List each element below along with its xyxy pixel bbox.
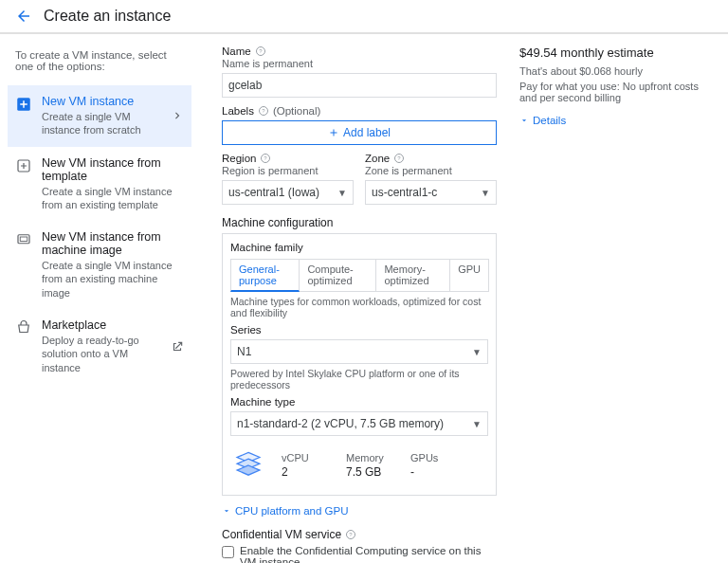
name-input[interactable] xyxy=(222,73,497,98)
name-hint: Name is permanent xyxy=(222,58,497,69)
sidebar-item-sub: Create a single VM instance from an exis… xyxy=(42,259,184,300)
spec-mem-value: 7.5 GB xyxy=(346,465,393,479)
svg-text:?: ? xyxy=(259,48,263,54)
machine-family-label: Machine family xyxy=(230,242,488,253)
help-icon[interactable]: ? xyxy=(393,153,405,164)
machine-stack-icon xyxy=(232,449,264,481)
spec-gpu-value: - xyxy=(410,465,458,479)
cost-note: Pay for what you use: No upfront costs a… xyxy=(519,81,709,103)
series-hint: Powered by Intel Skylake CPU platform or… xyxy=(230,368,488,390)
plus-box-icon xyxy=(15,96,32,113)
open-external-icon xyxy=(171,340,184,354)
machine-config-panel: Machine family General-purpose Compute-o… xyxy=(222,233,497,496)
tab-memory-optimized[interactable]: Memory-optimized xyxy=(375,259,450,292)
sidebar-item-from-template[interactable]: New VM instance from template Create a s… xyxy=(8,147,191,222)
machine-image-icon xyxy=(15,231,32,248)
confidential-checkbox[interactable] xyxy=(222,546,234,558)
svg-text:?: ? xyxy=(398,155,402,161)
zone-label: Zone ? xyxy=(365,153,497,164)
cpu-expand-link[interactable]: CPU platform and GPU xyxy=(222,505,497,517)
help-icon[interactable]: ? xyxy=(258,105,269,117)
cost-hourly: That's about $0.068 hourly xyxy=(519,65,709,77)
sidebar-item-label: New VM instance xyxy=(42,95,165,108)
sidebar-item-label: New VM instance from machine image xyxy=(42,230,184,257)
tab-general-purpose[interactable]: General-purpose xyxy=(230,259,300,292)
help-icon[interactable]: ? xyxy=(255,45,266,57)
series-select[interactable]: N1▼ xyxy=(230,339,488,364)
svg-text:?: ? xyxy=(264,155,268,161)
sidebar-intro: To create a VM instance, select one of t… xyxy=(8,49,191,85)
region-hint: Region is permanent xyxy=(222,165,354,176)
series-label: Series xyxy=(230,324,488,336)
family-hint: Machine types for common workloads, opti… xyxy=(230,296,488,318)
confidential-checkbox-row[interactable]: Enable the Confidential Computing servic… xyxy=(222,545,497,563)
sidebar-item-from-machine-image[interactable]: New VM instance from machine image Creat… xyxy=(8,221,191,309)
name-label: Name ? xyxy=(222,45,497,57)
sidebar-item-sub: Create a single VM instance from scratch xyxy=(42,110,165,137)
machine-config-title: Machine configuration xyxy=(222,216,497,229)
cost-title: $49.54 monthly estimate xyxy=(519,45,709,60)
spec-gpu-label: GPUs xyxy=(410,452,458,463)
region-select[interactable]: us-central1 (Iowa)▼ xyxy=(222,180,354,205)
sidebar-item-marketplace[interactable]: Marketplace Deploy a ready-to-go solutio… xyxy=(8,309,191,384)
machine-type-label: Machine type xyxy=(230,396,488,408)
chevron-right-icon xyxy=(171,109,184,122)
zone-hint: Zone is permanent xyxy=(365,165,497,176)
confidential-title: Confidential VM service ? xyxy=(222,528,497,541)
marketplace-icon xyxy=(15,319,32,336)
help-icon[interactable]: ? xyxy=(345,529,356,540)
svg-text:?: ? xyxy=(349,532,353,537)
zone-select[interactable]: us-central1-c▼ xyxy=(365,180,497,205)
add-label-button[interactable]: Add label xyxy=(222,120,497,145)
help-icon[interactable]: ? xyxy=(260,153,271,164)
page-title: Create an instance xyxy=(44,8,171,25)
sidebar-item-sub: Deploy a ready-to-go solution onto a VM … xyxy=(42,334,165,374)
sidebar-item-label: New VM instance from template xyxy=(42,156,184,183)
labels-label: Labels ? (Optional) xyxy=(222,105,497,117)
sidebar: To create a VM instance, select one of t… xyxy=(0,34,199,563)
back-arrow-icon[interactable] xyxy=(15,8,32,25)
region-label: Region ? xyxy=(222,153,354,164)
cost-details-link[interactable]: Details xyxy=(519,115,709,126)
spec-mem-label: Memory xyxy=(346,452,393,463)
tab-gpu[interactable]: GPU xyxy=(449,259,489,292)
template-icon xyxy=(15,157,32,174)
sidebar-item-new-vm[interactable]: New VM instance Create a single VM insta… xyxy=(8,85,191,147)
sidebar-item-sub: Create a single VM instance from an exis… xyxy=(42,185,184,212)
svg-rect-2 xyxy=(18,235,29,244)
tab-compute-optimized[interactable]: Compute-optimized xyxy=(299,259,376,292)
svg-text:?: ? xyxy=(262,108,265,114)
spec-vcpu-label: vCPU xyxy=(282,452,329,463)
machine-type-select[interactable]: n1-standard-2 (2 vCPU, 7.5 GB memory)▼ xyxy=(230,411,488,436)
spec-vcpu-value: 2 xyxy=(282,465,329,479)
svg-rect-3 xyxy=(20,237,27,242)
sidebar-item-label: Marketplace xyxy=(42,318,165,332)
